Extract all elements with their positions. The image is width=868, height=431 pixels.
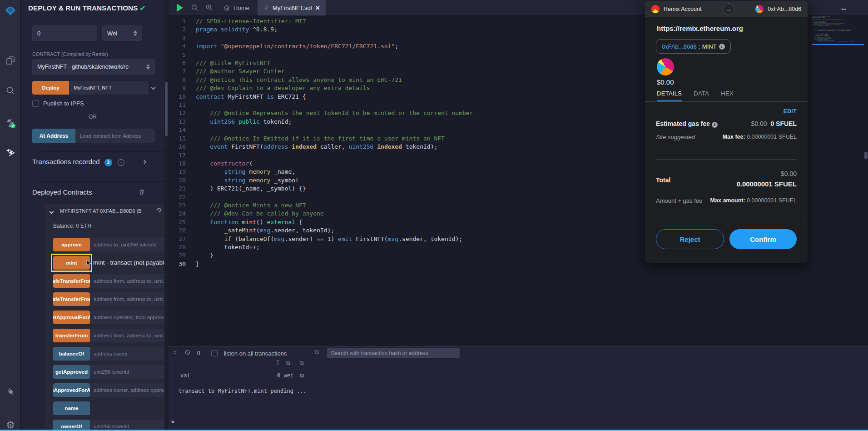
max-amount-value: 0.00000001 SFUEL (747, 197, 797, 204)
deployed-contracts-header: Deployed Contracts (32, 188, 92, 196)
popup-tabs: DETAILS DATA HEX (657, 90, 734, 101)
clear-console-icon[interactable] (184, 349, 191, 357)
publish-ipfs-label: Publish to IPFS (43, 100, 84, 107)
safeTransferFrom-function-button[interactable]: safeTransferFrom (53, 274, 90, 288)
solidity-file-icon (263, 5, 269, 11)
isApprovedForAll-params-input[interactable] (90, 383, 167, 397)
function-row-safeTransferFrom: safeTransferFrom (53, 292, 177, 306)
remix-logo-icon[interactable] (5, 5, 16, 17)
contract-instance-title[interactable]: MYFIRSTNFT AT 0XFAB...D80D6 (B (60, 208, 151, 214)
contract-collapse-chevron[interactable] (50, 210, 54, 214)
approve-function-button[interactable]: approve (53, 238, 90, 251)
search-icon[interactable] (5, 85, 16, 96)
contract-select[interactable]: MyFirstNFT - github/skalenetwork/re (32, 59, 155, 75)
editor-scrollbar-thumb[interactable] (864, 152, 868, 159)
terminal-log-partial: ] ⧉ ⧉ (276, 360, 304, 366)
panel-scrollbar-track (164, 0, 169, 431)
setApprovalForAll-function-button[interactable]: setApprovalForAll (53, 311, 90, 324)
safeTransferFrom-params-input[interactable] (90, 292, 167, 306)
mint-function-button[interactable]: mint (53, 256, 90, 270)
terminal: 0 listen on all transactions ] ⧉ ⧉ val 0… (169, 346, 868, 430)
terminal-toolbar: 0 listen on all transactions (169, 347, 868, 360)
value-input[interactable]: 0 (32, 25, 97, 41)
terminal-pending-log: transact to MyFirstNFT.mint pending ... (179, 388, 307, 394)
contract-label: CONTRACT (Compiled by Remix) (32, 51, 108, 57)
pending-count: 0 (197, 350, 200, 356)
balanceOf-function-button[interactable]: balanceOf (53, 347, 90, 361)
file-explorer-icon[interactable] (5, 55, 16, 66)
publish-ipfs-checkbox[interactable] (32, 100, 39, 107)
getApproved-params-input[interactable] (90, 365, 167, 379)
listen-all-checkbox[interactable] (211, 350, 218, 356)
transactions-expand-chevron[interactable] (142, 160, 147, 165)
function-tooltip: mint - transact (not payable) (93, 259, 169, 266)
copy-address-icon[interactable] (155, 207, 162, 216)
or-label: OR (21, 114, 164, 120)
max-fee-value: 0.00000001 SFUEL (747, 134, 797, 140)
minimap-current-line (812, 44, 864, 45)
unit-select[interactable]: Wei (102, 25, 142, 41)
deploy-button[interactable]: Deploy (32, 81, 69, 95)
plugin-manager-icon[interactable] (5, 386, 16, 397)
function-row-safeTransferFrom: safeTransferFrom (53, 274, 177, 288)
confirm-button[interactable]: Confirm (729, 229, 797, 249)
home-icon (223, 4, 230, 11)
tab-myfirstnft-sol[interactable]: MyFirstNFT.sol ✕ (258, 0, 326, 15)
total-label: Total (656, 176, 670, 184)
transfer-arrow-icon: → (723, 3, 734, 15)
close-tab-icon[interactable]: ✕ (315, 5, 320, 11)
panel-scrollbar-thumb[interactable] (165, 82, 168, 136)
function-row-mint: mintmint - transact (not payable) (53, 256, 177, 270)
max-fee-label: Max fee: (723, 134, 745, 140)
terminal-search-input[interactable] (327, 348, 460, 358)
deploy-args-expand-chevron[interactable] (151, 85, 156, 90)
zoom-in-icon[interactable] (205, 3, 213, 14)
total-native: 0.00000001 SFUEL (736, 180, 797, 188)
solidity-compiler-icon[interactable] (5, 117, 16, 129)
to-account-address: 0xFAb...80d6 (768, 6, 801, 12)
contract-select-spinner (146, 64, 150, 70)
max-amount-label: Max amount: (710, 197, 745, 204)
from-account-name: Remix Account (664, 6, 701, 12)
contract-method-pill[interactable]: 0xFAb...80d6 : MINT i (656, 39, 731, 54)
transactions-info-icon[interactable]: i (118, 159, 124, 166)
transferFrom-function-button[interactable]: transferFrom (53, 329, 90, 342)
mouse-cursor-icon (86, 260, 93, 266)
terminal-prompt[interactable]: > (171, 419, 174, 425)
run-script-icon[interactable] (177, 4, 183, 12)
to-account-identicon (755, 5, 764, 13)
amount-gas-label: Amount + gas fee (656, 197, 702, 204)
setApprovalForAll-params-input[interactable] (90, 311, 167, 324)
balanceOf-params-input[interactable] (90, 347, 167, 361)
getApproved-function-button[interactable]: getApproved (53, 365, 90, 379)
function-row-balanceOf: balanceOf (53, 347, 177, 361)
editor-minimap[interactable]: // SPDX-License-Identifier: MITpragma so… (812, 16, 864, 346)
resize-panel-icon[interactable]: ↔ (840, 4, 848, 13)
amount-gas-row: Amount + gas fee Max amount: 0.00000001 … (656, 197, 797, 204)
deploy-args-input[interactable]: MyFirstNFT, NFT (69, 81, 149, 95)
tab-home[interactable]: Home (218, 0, 255, 15)
safeTransferFrom-params-input[interactable] (90, 274, 167, 288)
deploy-run-icon[interactable] (5, 147, 16, 159)
reject-button[interactable]: Reject (656, 229, 724, 249)
gas-fee-label: Estimated gas fee i (656, 120, 718, 128)
unit-select-spinner (134, 30, 137, 36)
zoom-out-icon[interactable] (190, 3, 199, 14)
transferFrom-params-input[interactable] (90, 329, 167, 342)
tab-hex[interactable]: HEX (721, 90, 734, 101)
tab-data[interactable]: DATA (694, 90, 709, 101)
safeTransferFrom-function-button[interactable]: safeTransferFrom (53, 292, 90, 306)
function-row-transferFrom: transferFrom (53, 329, 177, 342)
method-info-icon[interactable]: i (719, 44, 725, 50)
approve-params-input[interactable] (90, 238, 167, 251)
trash-icon[interactable] (138, 188, 145, 197)
gas-info-icon[interactable]: i (712, 122, 718, 128)
collapse-terminal-icon[interactable] (172, 349, 178, 357)
isApprovedForAll-function-button[interactable]: isApprovedForAll (53, 383, 90, 397)
name-function-button[interactable]: name (53, 401, 90, 415)
at-address-input[interactable]: Load contract from Address (75, 129, 155, 143)
deploy-run-panel: DEPLOY & RUN TRANSACTIONS ✔ 0 Wei CONTRA… (21, 0, 164, 431)
edit-gas-link[interactable]: EDIT (784, 108, 797, 115)
tab-details[interactable]: DETAILS (657, 90, 682, 101)
at-address-button[interactable]: At Address (32, 129, 75, 143)
